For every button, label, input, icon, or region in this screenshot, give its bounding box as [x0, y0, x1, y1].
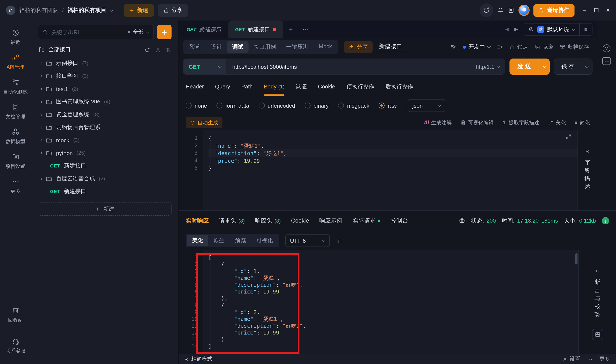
scrollbar-thumb[interactable]: [575, 253, 577, 264]
tree-folder[interactable]: test1(2): [38, 82, 172, 95]
chevron-right-icon[interactable]: [39, 139, 42, 142]
invite-collaborate-button[interactable]: 邀请协作: [534, 4, 575, 16]
view-tab-可视化[interactable]: 可视化: [251, 235, 278, 246]
request-tab-Body[interactable]: Body(1): [264, 77, 285, 96]
简化-button[interactable]: ≡简化: [575, 119, 590, 126]
save-options-chevron-icon[interactable]: [581, 59, 592, 74]
生成注解-button[interactable]: AI生成注解: [424, 119, 452, 126]
mode-tab-预览[interactable]: 预览: [184, 41, 206, 53]
mode-tab-接口用例[interactable]: 接口用例: [248, 41, 281, 53]
chevron-right-icon[interactable]: [39, 75, 42, 78]
avatar[interactable]: [519, 5, 530, 16]
notifications-bell-icon[interactable]: [497, 7, 504, 14]
field-description-tab[interactable]: 字段描述: [585, 158, 590, 191]
sidebar-item-数据模型[interactable]: 数据模型: [1, 124, 29, 149]
edit-doc-icon[interactable]: [451, 44, 456, 50]
editor-expand-icon[interactable]: [565, 134, 572, 140]
tree-folder[interactable]: 示例接口(7): [38, 57, 172, 70]
list-arrow-icon[interactable]: [497, 44, 503, 50]
search-filter-dropdown[interactable]: 全部: [128, 28, 149, 36]
美化-button[interactable]: 美化: [548, 119, 566, 126]
method-select[interactable]: GET: [183, 59, 226, 74]
body-type-none[interactable]: none: [186, 102, 207, 109]
breadcrumb-team[interactable]: 福柏的私有团队: [19, 6, 58, 14]
search-box[interactable]: 全部: [38, 25, 154, 39]
app-logo-icon[interactable]: [6, 6, 15, 15]
sidebar-item-API管理[interactable]: API管理: [1, 50, 29, 74]
chevron-right-icon[interactable]: [39, 100, 42, 103]
collapse-panel-icon[interactable]: «: [596, 267, 599, 274]
sidebar-item-更多[interactable]: 更多: [1, 173, 29, 198]
send-button[interactable]: 发 送: [510, 59, 550, 75]
response-tab-请求头[interactable]: 请求头(8): [219, 217, 245, 224]
tree-folder[interactable]: 云购物后台管理系: [38, 121, 172, 134]
encoding-select[interactable]: UTF-8: [285, 234, 330, 247]
environment-selector[interactable]: 默 默认环境 ≡: [524, 23, 592, 36]
body-type-binary[interactable]: binary: [305, 102, 329, 109]
sidebar-item-回收站[interactable]: 回收站: [1, 302, 29, 327]
body-type-form-data[interactable]: form-data: [217, 102, 249, 109]
sidebar-item-自动化测试[interactable]: 自动化测试: [1, 74, 29, 99]
search-input[interactable]: [51, 29, 125, 35]
sidebar-item-联系客服[interactable]: 联系客服: [1, 333, 29, 358]
collapse-panel-icon[interactable]: «: [586, 147, 589, 154]
body-type-urlencoded[interactable]: urlencoded: [259, 102, 295, 109]
project-switch-chevron-icon[interactable]: [110, 8, 113, 12]
doc-share-button[interactable]: 分享: [344, 41, 373, 53]
body-type-raw[interactable]: raw: [379, 102, 397, 109]
new-tab-icon[interactable]: ＋: [283, 21, 298, 38]
tree-folder[interactable]: 图书管理系统-vue(4): [38, 95, 172, 108]
sidebar-item-最近[interactable]: 最近: [1, 25, 29, 50]
chevron-right-icon[interactable]: [39, 113, 42, 116]
download-response-icon[interactable]: ↓: [602, 217, 609, 224]
chevron-right-icon[interactable]: [39, 62, 42, 65]
env-manage-icon[interactable]: ≡: [579, 23, 592, 35]
归档保存-button[interactable]: 归档保存: [560, 43, 589, 51]
more-options-icon[interactable]: ⋯: [587, 356, 592, 362]
api-title[interactable]: 新建接口: [378, 42, 408, 52]
http-version-select[interactable]: http/1.1: [471, 64, 505, 70]
mode-tab-设计[interactable]: 设计: [206, 41, 227, 53]
tree-folder[interactable]: mock(3): [38, 134, 172, 146]
add-api-button[interactable]: ＋: [157, 25, 172, 39]
tree-root-row[interactable]: 全部接口 ◎ ⇅: [38, 46, 172, 53]
sync-icon[interactable]: [479, 3, 493, 17]
url-input[interactable]: [226, 64, 471, 70]
sidebar-item-项目设置[interactable]: 项目设置: [1, 149, 29, 173]
可视化编辑-button[interactable]: 可视化编辑: [460, 119, 494, 126]
api-status-dropdown[interactable]: 开发中: [463, 43, 490, 51]
doc-tab-0[interactable]: GET新建接口: [180, 21, 228, 38]
nav-back-icon[interactable]: ◀: [505, 26, 509, 32]
tree-api-item[interactable]: GET新建接口: [38, 185, 172, 198]
view-tab-预览[interactable]: 预览: [230, 235, 251, 246]
tree-new-button[interactable]: ＋新建: [38, 202, 172, 216]
chevron-right-icon[interactable]: [39, 126, 42, 129]
request-tab-认证[interactable]: 认证: [296, 77, 307, 96]
layout-panel-icon[interactable]: [592, 329, 603, 340]
request-tab-后执行操作[interactable]: 后执行操作: [385, 77, 413, 96]
auto-generate-button[interactable]: 自动生成: [186, 117, 222, 128]
changelog-icon[interactable]: [508, 7, 515, 14]
tree-api-item[interactable]: GET新建接口: [38, 159, 172, 172]
more-button[interactable]: 更多: [599, 355, 610, 363]
view-tab-原生[interactable]: 原生: [208, 235, 230, 246]
request-tab-Cookie[interactable]: Cookie: [318, 77, 335, 96]
request-tab-Query[interactable]: Query: [215, 77, 230, 96]
copy-icon[interactable]: [336, 237, 342, 244]
save-button[interactable]: 保 存: [554, 59, 592, 75]
compact-mode-toggle[interactable]: «精简模式: [185, 355, 213, 363]
锁定-button[interactable]: 锁定: [509, 43, 528, 51]
sidebar-item-文档管理[interactable]: 文档管理: [1, 99, 29, 124]
request-tab-预执行操作[interactable]: 预执行操作: [346, 77, 374, 96]
tree-refresh-icon[interactable]: [145, 47, 150, 52]
doc-tab-1[interactable]: GET新建接口: [228, 21, 283, 38]
version-icon[interactable]: V: [603, 44, 610, 52]
send-options-chevron-icon[interactable]: [539, 59, 550, 75]
response-tab-实际请求[interactable]: 实际请求: [353, 217, 381, 224]
tab-options-icon[interactable]: ⋯: [298, 21, 313, 38]
tree-locate-icon[interactable]: ◎: [156, 46, 161, 53]
tree-folder[interactable]: 百度云语音合成(2): [38, 172, 172, 185]
tree-folder[interactable]: 接口学习(3): [38, 70, 172, 82]
mode-tab-Mock[interactable]: Mock: [314, 41, 337, 53]
mode-tab-调试[interactable]: 调试: [227, 41, 248, 53]
